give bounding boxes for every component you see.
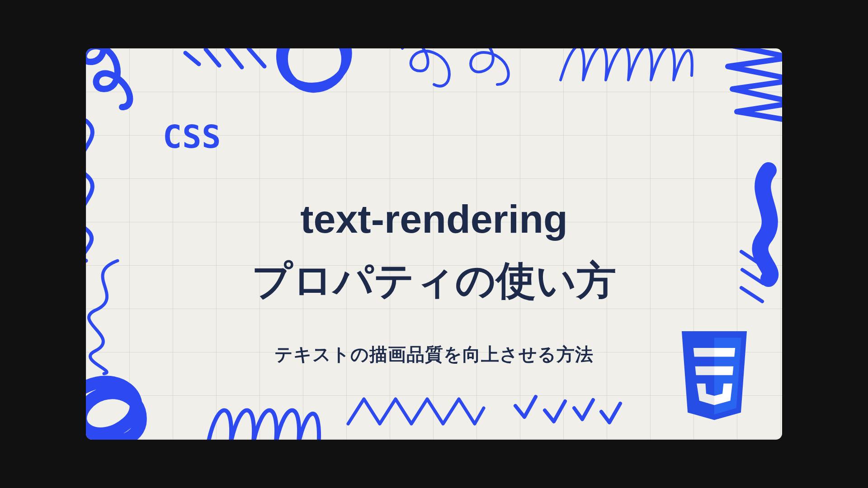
- css3-shield-icon: [674, 331, 755, 422]
- doodle-bottom-ticks-icon: [511, 385, 628, 435]
- doodle-bottom-zigzag-icon: [344, 390, 488, 435]
- doodle-bottom-spring-icon: [203, 385, 326, 440]
- page-title: text-rendering プロパティの使い方: [185, 188, 683, 312]
- doodle-top-left-loops-icon: [86, 48, 176, 107]
- title-line-1: text-rendering: [300, 197, 568, 241]
- viewport: CSS text-rendering プロパティの使い方 テキストの描画品質を向…: [0, 0, 868, 488]
- doodle-top-scribble-ball-icon: [267, 48, 371, 107]
- card: CSS text-rendering プロパティの使い方 テキストの描画品質を向…: [86, 48, 782, 440]
- doodle-bottom-left-thick-icon: [86, 374, 167, 440]
- doodle-top-spring-icon: [556, 48, 696, 98]
- doodle-left-mid-curly-icon: [86, 121, 118, 261]
- category-label: CSS: [163, 118, 221, 155]
- doodle-right-scratch-icon: [737, 247, 769, 315]
- doodle-top-dashes-icon: [181, 48, 271, 84]
- title-line-2: プロパティの使い方: [252, 258, 616, 303]
- doodle-top-swirl-icon: [393, 48, 529, 98]
- doodle-left-lower-curl-icon: [86, 256, 131, 374]
- doodle-top-right-scribble-icon: [710, 48, 782, 130]
